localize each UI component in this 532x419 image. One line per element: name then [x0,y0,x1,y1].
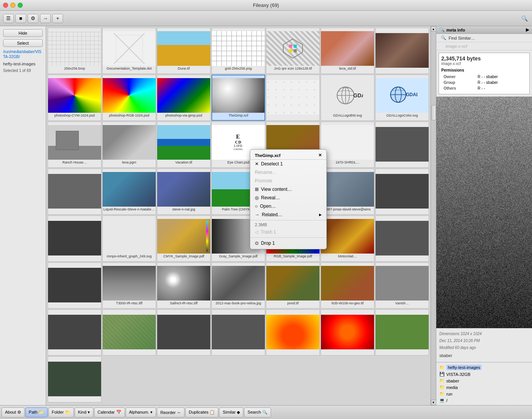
grid-cell-dark8[interactable] [48,262,101,309]
path-tree-item-sbaber[interactable]: 📁 sbaber [439,377,529,384]
settings-button[interactable]: ⚙ [28,14,38,23]
grid-cell-t3000[interactable]: T3000-IR-ntsc.tiff [102,262,156,309]
calendar-button[interactable]: Calendar 📅 [94,407,125,417]
grid-cell-dark10[interactable] [157,309,211,356]
grid-cell-xcf[interactable]: TheGimp.xcf [211,75,265,121]
grid-cell-gdal-bw[interactable]: GDAL GDALLogoBW.svg [321,75,374,121]
grid-cell-dots[interactable] [266,75,320,121]
sidebar-path[interactable]: /run/media/sbaber/VISTA-32GB/ [3,49,43,59]
hide-button[interactable]: Hide [3,29,43,37]
about-button[interactable]: About ⚙ [2,407,25,417]
menu-button[interactable]: ☰ [3,14,14,23]
scroll-down-button[interactable]: ▼ [431,400,436,405]
maximize-button[interactable] [18,3,23,8]
main-scrollbar[interactable]: ▲ ▼ [431,26,436,405]
stop-button[interactable]: ■ [15,14,26,23]
titlebar: Fileaxy (69) [0,0,532,11]
grid-cell-grid[interactable]: grid-256x256.png [211,28,265,74]
meta-expand-icon[interactable]: ▶ [526,27,529,32]
close-button[interactable] [3,3,8,8]
path-button[interactable]: Path 📁 [25,407,48,417]
grid-cell-steve[interactable]: steve-n-nat.jpg [157,169,211,215]
ctx-related[interactable]: → Related… ▶ [250,210,326,219]
grid-cell-dark3[interactable] [375,122,429,168]
grid-cell-n35[interactable]: N35-W106-no-geo.tif [321,262,374,309]
grid-cell-pond[interactable]: pond.tif [266,262,320,309]
grid-cell-dark13[interactable] [48,356,101,402]
ctx-deselect[interactable]: ✕ Deselect 1 [250,160,326,168]
find-similar-item[interactable]: 🔍 Find Similar… [436,34,532,42]
ctx-open[interactable]: ○ Open… [250,202,326,210]
grid-cell-fire2[interactable] [321,309,374,356]
app-title: Fileaxy (69) [253,2,279,8]
grid-cell-cmyk-pdf[interactable]: CMYK_Sample_Image.pdf [157,215,211,262]
grid-cell-dune[interactable]: Dune.tif [157,28,211,74]
path-tree-item-run[interactable]: 📁 run [439,391,529,397]
grid-cell-liquid[interactable]: Liquid-Rescale-Steve-n-Natalie.jpg [102,169,156,215]
path-tree-item-root[interactable]: 💻 / [439,397,529,404]
reorder-button[interactable]: Reorder ↔ [157,407,185,417]
cell-label-steve: steve-n-nat.jpg [171,207,196,212]
grid-cell-gdal-color[interactable]: GDAL GDALLogoColor.svg [375,75,429,121]
path-tree-item-media[interactable]: 📁 media [439,384,529,391]
scroll-thumb[interactable] [431,105,436,120]
forward-button[interactable]: → [40,14,51,23]
ctx-drop-icon: ⊙ [255,240,259,246]
grid-cell-rgb-psd[interactable]: photoshop-RGB-1024.psd [102,75,156,121]
grid-cell-motorola[interactable]: Motorola6… [321,215,374,262]
add-icon: + [56,15,59,21]
ctx-view-content[interactable]: ⊞ View content… [250,185,326,194]
grid-cell-dark5[interactable] [375,169,429,215]
grid-cell-jag[interactable]: JAG qnr icon 128x128.tif [266,28,320,74]
scroll-track[interactable] [431,32,436,400]
grid-cell-fire[interactable] [266,309,320,356]
image-grid[interactable]: 256x256.bmp Documentation_Template.dot D [46,26,431,405]
grid-cell-dark6[interactable] [48,215,101,262]
svg-rect-5 [294,45,297,48]
grid-cell-cym[interactable]: photoshop-CYM-1024.psd [48,75,101,121]
grid-cell-dark7[interactable] [375,215,429,262]
grid-cell-vanish[interactable]: Vanish… [375,262,429,309]
grid-cell-safire[interactable]: Safire3-IR-ntsc.tiff [157,262,211,309]
ctx-reveal[interactable]: ◎ Reveal… [250,194,326,202]
minimize-button[interactable] [10,3,15,8]
grid-cell-gimp-psd[interactable]: photoshop-via-gimp.psd [157,75,211,121]
grid-cell-ranch[interactable]: Ranch House… [48,122,101,168]
ctx-trash-icon: ◁ [255,229,258,235]
grid-cell-lena2[interactable]: lena.pgm [102,122,156,168]
grid-cell-vacation[interactable]: Vacation.tif [157,122,211,168]
select-button[interactable]: Select [3,39,43,47]
thumb-dot [103,31,156,66]
grid-cell-lena[interactable]: lena_std.tif [321,28,374,74]
path-tree-item-hefty[interactable]: 📁 hefty-test-images [439,364,529,371]
grid-cell-dark9[interactable] [48,309,101,356]
grid-cell-bmp[interactable]: 256x256.bmp [48,28,101,74]
grid-cell-dark1[interactable] [375,28,429,74]
add-button[interactable]: + [52,14,63,23]
scroll-up-button[interactable]: ▲ [431,26,436,32]
grid-cell-map[interactable] [102,309,156,356]
similar-button[interactable]: Similar ◆ [219,407,243,417]
folder-button[interactable]: Folder 📁 [48,407,74,417]
grid-cell-macbook[interactable]: 2012-mac-book-pro-retina.jpg [211,262,265,309]
ctx-size-display: 2.3MB [250,222,326,228]
grid-cell-1987[interactable]: 1987-jonas-david-steve@wins [321,169,374,215]
grid-cell-dark4[interactable] [48,169,101,215]
grid-cell-graph[interactable]: mmpo-inherit_graph_249.svg [102,215,156,262]
grid-cell-dark11[interactable] [211,309,265,356]
cell-label-dark11 [238,349,239,350]
grid-cell-dark12[interactable] [375,309,429,356]
duplicates-button[interactable]: Duplicates 📋 [185,407,218,417]
alphanum-button[interactable]: Alphanum. ▾ [126,407,156,417]
grid-cell-1970[interactable]: 1970-SHRDL… [321,122,374,168]
svg-point-16 [391,87,406,102]
window-controls[interactable] [3,3,23,8]
ctx-open-icon: ○ [255,204,258,209]
ctx-drop[interactable]: ⊙ Drop 1 [250,239,326,247]
grid-cell-dot[interactable]: Documentation_Template.dot [102,28,156,74]
search-button[interactable]: Search 🔍 [244,407,271,417]
ctx-close-icon[interactable]: ✕ [318,153,322,158]
kind-button[interactable]: Kind ▾ [75,407,93,417]
search-toolbar-icon[interactable]: 🔍 [520,14,529,23]
path-tree-item-vista[interactable]: 💾 VISTA-32GB [439,371,529,377]
